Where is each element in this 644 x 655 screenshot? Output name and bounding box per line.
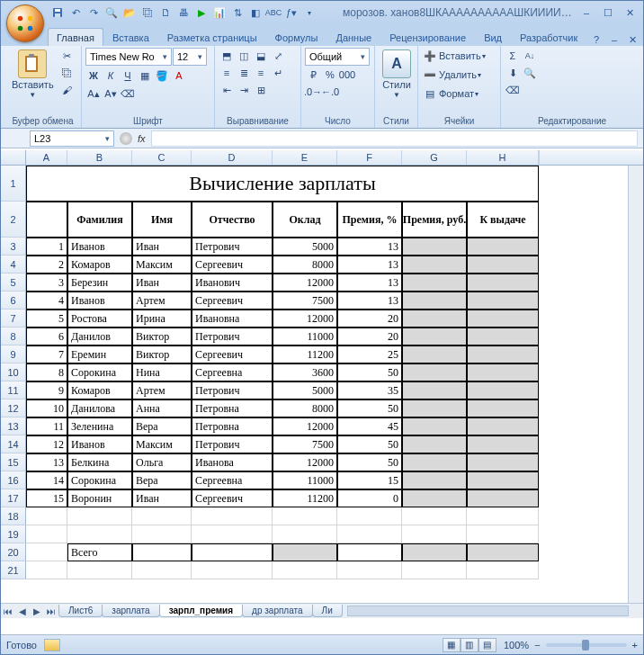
header-cell[interactable]: Имя [132,202,192,238]
tab-first-icon[interactable]: ⏮ [1,606,15,616]
cell[interactable]: Иванова [192,453,273,471]
cell[interactable] [273,507,337,525]
col-header-C[interactable]: C [132,150,192,165]
cell[interactable] [402,471,467,489]
cell[interactable] [402,489,467,507]
cell[interactable] [467,345,539,363]
cell[interactable]: Вера [132,471,192,489]
cell[interactable]: Комаров [67,256,132,274]
cell[interactable] [402,256,467,274]
cell[interactable]: Анна [132,399,192,417]
cell[interactable] [402,381,467,399]
cell[interactable] [467,310,539,328]
cell[interactable]: 14 [26,471,67,489]
row-header-5[interactable]: 5 [1,274,26,292]
cell[interactable]: 11200 [273,345,337,363]
total-label-cell[interactable]: Всего [67,543,132,561]
cell[interactable]: Иванович [192,274,273,292]
cell[interactable]: Сергеевич [192,256,273,274]
orientation-icon[interactable]: ⤢ [270,48,286,64]
decrease-indent-icon[interactable]: ⇤ [219,82,235,98]
cell[interactable]: 11000 [273,471,337,489]
cell[interactable] [273,525,337,543]
cancel-formula-icon[interactable] [120,132,132,145]
align-right-icon[interactable]: ≡ [253,65,269,81]
cell[interactable] [467,561,539,579]
increase-indent-icon[interactable]: ⇥ [236,82,252,98]
cell[interactable] [402,363,467,381]
cell[interactable]: Ольга [132,453,192,471]
cell[interactable] [67,561,132,579]
cell[interactable]: 13 [337,292,402,310]
cell[interactable]: Иван [132,238,192,256]
cell[interactable]: 20 [337,328,402,345]
tab-prev-icon[interactable]: ◀ [15,606,30,616]
cell[interactable]: Березин [67,274,132,292]
cell[interactable]: 5000 [273,238,337,256]
name-box[interactable]: L23▾ [30,130,114,147]
cell[interactable]: Петрович [192,381,273,399]
fx-icon[interactable]: fx [138,133,146,144]
close-button[interactable]: ✕ [620,4,640,21]
col-header-B[interactable]: B [67,150,132,165]
merge-icon[interactable]: ⊞ [253,82,269,98]
cell[interactable]: Максим [132,435,192,453]
cell[interactable] [402,561,467,579]
cell[interactable] [467,274,539,292]
font-size-combo[interactable]: 12▾ [173,48,207,66]
cell[interactable]: 12000 [273,274,337,292]
cell[interactable] [337,543,402,561]
cell[interactable] [192,543,273,561]
cell[interactable]: 15 [337,471,402,489]
clear-format-icon[interactable]: ⌫ [120,85,136,102]
zoom-slider[interactable] [546,643,627,647]
qat-spell-icon[interactable]: ABC [265,4,282,21]
row-header-1[interactable]: 1 [1,166,26,202]
ribbon-close-icon[interactable]: ✕ [625,34,640,46]
row-header-20[interactable]: 20 [1,543,26,561]
currency-icon[interactable]: ₽ [305,67,321,83]
cell[interactable]: Белкина [67,453,132,471]
tab-Разметка страницы[interactable]: Разметка страницы [158,28,266,46]
page-layout-view-icon[interactable]: ▥ [461,638,479,652]
cell[interactable]: 0 [337,489,402,507]
cell[interactable]: 12000 [273,453,337,471]
cell[interactable]: Данилов [67,328,132,345]
align-bottom-icon[interactable]: ⬓ [253,48,269,64]
cell[interactable]: Зеленина [67,417,132,435]
cell[interactable]: Воронин [67,489,132,507]
border-icon[interactable]: ▦ [137,67,153,84]
qat-undo-icon[interactable]: ↶ [67,4,84,21]
zoom-in-icon[interactable]: + [632,640,638,651]
cell[interactable] [402,435,467,453]
qat-copy-icon[interactable]: ⿻ [139,4,156,21]
cell[interactable]: 12 [26,435,67,453]
qat-run-icon[interactable]: ▶ [193,4,210,21]
wrap-text-icon[interactable]: ↵ [270,65,286,81]
cell[interactable]: 50 [337,363,402,381]
sheet-tab-др зарплата[interactable]: др зарплата [242,605,313,617]
cell[interactable] [402,328,467,345]
cell[interactable]: 25 [337,345,402,363]
align-top-icon[interactable]: ⬒ [219,48,235,64]
row-header-12[interactable]: 12 [1,399,26,417]
qat-func-icon[interactable]: ƒ▾ [283,4,300,21]
cell[interactable]: 50 [337,453,402,471]
header-cell[interactable]: Оклад [273,202,337,238]
cell[interactable] [192,525,273,543]
cell[interactable]: 13 [337,256,402,274]
cell[interactable]: Артем [132,381,192,399]
row-header-16[interactable]: 16 [1,471,26,489]
cell[interactable] [26,543,67,561]
cell[interactable]: 13 [337,274,402,292]
row-header-19[interactable]: 19 [1,525,26,543]
cell[interactable] [273,543,337,561]
row-header-7[interactable]: 7 [1,310,26,328]
select-all-corner[interactable] [1,150,26,165]
cell[interactable]: 11200 [273,489,337,507]
cell[interactable]: Еремин [67,345,132,363]
cell[interactable]: Нина [132,363,192,381]
header-cell[interactable]: К выдаче [467,202,539,238]
cell[interactable]: 8000 [273,256,337,274]
cell[interactable]: 7500 [273,292,337,310]
